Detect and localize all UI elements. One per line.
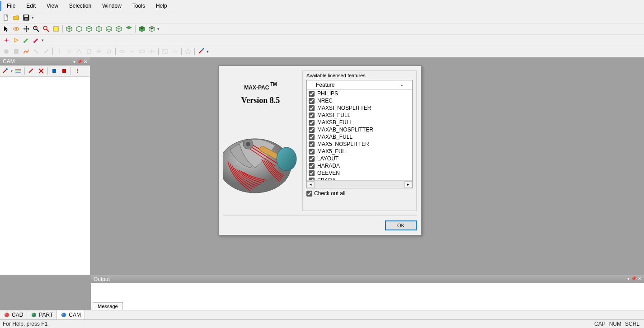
feature-checkbox[interactable] xyxy=(309,91,315,97)
scroll-up-icon[interactable]: ▴ xyxy=(401,83,403,87)
feature-label: LAYOUT xyxy=(317,155,338,162)
menu-view[interactable]: View xyxy=(41,1,64,11)
status-num: NUM xyxy=(609,321,621,327)
feature-row[interactable]: MAX5_NOSPLITTER xyxy=(307,141,412,148)
zoom-tool[interactable]: + xyxy=(32,24,41,33)
save-file-button[interactable] xyxy=(22,13,31,22)
iso-view-4[interactable] xyxy=(94,24,103,33)
menu-file[interactable]: File xyxy=(0,1,21,11)
tab-cam[interactable]: CAM xyxy=(57,310,85,319)
output-dropdown-icon[interactable]: ▾ xyxy=(627,276,630,282)
cam-tb-6[interactable] xyxy=(60,66,69,75)
feature-row[interactable]: MAXAB_NOSPLITTER xyxy=(307,126,412,133)
wireframe-view[interactable] xyxy=(147,24,156,33)
feature-checkbox[interactable] xyxy=(309,149,315,155)
hscroll-left[interactable]: ◂ xyxy=(307,181,315,188)
feature-checkbox[interactable] xyxy=(309,127,315,133)
iso-view-2[interactable] xyxy=(75,24,84,33)
cam-op-19[interactable] xyxy=(197,47,206,56)
feature-column-header[interactable]: Feature xyxy=(316,82,334,88)
panel-dropdown-icon[interactable]: ▾ xyxy=(73,59,75,64)
feature-checkbox[interactable] xyxy=(309,170,315,176)
menu-bar: FileEditViewSelectionWindowToolsHelp xyxy=(0,0,644,12)
feature-row[interactable]: LAYOUT xyxy=(307,155,412,162)
feature-row[interactable]: EBARA xyxy=(307,177,412,180)
panel-pin-icon[interactable]: 📌 xyxy=(77,59,82,64)
cam-tb-3[interactable] xyxy=(27,66,36,75)
feature-checkbox[interactable] xyxy=(309,163,315,169)
dialog-brand-pane: MAX-PAC TM Version 8.5 xyxy=(223,70,298,211)
output-tab-message[interactable]: Message xyxy=(93,302,123,310)
feature-row[interactable]: MAXSI_NOSPLITTER xyxy=(307,104,412,112)
tab-part[interactable]: PART xyxy=(27,310,57,319)
cam-tree[interactable] xyxy=(0,77,90,275)
menu-tools[interactable]: Tools xyxy=(127,1,150,11)
checkout-all-row[interactable]: Check out all xyxy=(306,190,413,197)
next-tool[interactable] xyxy=(12,36,21,45)
menu-window[interactable]: Window xyxy=(97,1,127,11)
cam-op-14 xyxy=(137,47,146,56)
pan-tool[interactable] xyxy=(22,24,31,33)
cam-tb-4[interactable] xyxy=(37,66,46,75)
feature-row[interactable]: MAXSI_FULL xyxy=(307,112,412,119)
feature-checkbox[interactable] xyxy=(309,112,315,118)
cam-op-3[interactable] xyxy=(22,47,31,56)
checkout-all-checkbox[interactable] xyxy=(306,191,312,197)
spark-tool[interactable] xyxy=(2,36,11,45)
iso-view-6[interactable] xyxy=(114,24,123,33)
mark-tool[interactable] xyxy=(22,36,31,45)
flag-tool[interactable] xyxy=(32,36,41,45)
license-dialog: MAX-PAC TM Version 8.5 xyxy=(218,66,422,235)
cam-tb-1[interactable] xyxy=(1,66,10,75)
feature-row[interactable]: GEEVEN xyxy=(307,169,412,177)
dialog-features-pane: Available licensed features Feature ▴ PH… xyxy=(302,70,417,211)
menu-selection[interactable]: Selection xyxy=(64,1,97,11)
feature-row[interactable]: NREC xyxy=(307,97,412,104)
iso-view-1[interactable] xyxy=(65,24,74,33)
cam-op-9 xyxy=(85,47,94,56)
output-close-icon[interactable]: ✕ xyxy=(638,276,641,282)
menu-help[interactable]: Help xyxy=(150,1,173,11)
feature-row[interactable]: MAXAB_FULL xyxy=(307,133,412,141)
cam-tb-5[interactable] xyxy=(50,66,59,75)
output-pin-icon[interactable]: 📌 xyxy=(631,276,636,282)
viewport[interactable]: MAX-PAC TM Version 8.5 xyxy=(90,57,644,275)
svg-point-12 xyxy=(24,41,25,43)
feature-row[interactable]: PHILIPS xyxy=(307,90,412,97)
feature-checkbox[interactable] xyxy=(309,105,315,111)
zoom-fit-tool[interactable] xyxy=(52,24,61,33)
menu-edit[interactable]: Edit xyxy=(21,1,41,11)
svg-point-40 xyxy=(5,314,7,315)
iso-view-7[interactable] xyxy=(124,24,133,33)
open-file-button[interactable] xyxy=(12,13,21,22)
panel-close-icon[interactable]: ✕ xyxy=(84,59,87,64)
pointer-tool[interactable] xyxy=(2,24,11,33)
feature-checkbox[interactable] xyxy=(309,141,315,147)
output-body[interactable] xyxy=(91,283,644,302)
orbit-tool[interactable] xyxy=(12,24,21,33)
cam-tb-7[interactable]: ! xyxy=(73,66,82,75)
hscroll-track[interactable] xyxy=(315,181,404,188)
hscroll-right[interactable]: ▸ xyxy=(404,181,412,188)
feature-scroll[interactable]: PHILIPSNRECMAXSI_NOSPLITTERMAXSI_FULLMAX… xyxy=(307,90,412,180)
solid-view[interactable] xyxy=(137,24,146,33)
feature-row[interactable]: MAXSB_FULL xyxy=(307,119,412,126)
feature-checkbox[interactable] xyxy=(309,120,315,126)
feature-row[interactable]: HARADA xyxy=(307,162,412,169)
cam-tb-2[interactable] xyxy=(14,66,23,75)
toolbar-selection: + ▾ xyxy=(0,23,644,35)
output-title: Output xyxy=(94,276,110,282)
feature-row[interactable]: MAX5_FULL xyxy=(307,148,412,155)
iso-view-5[interactable] xyxy=(104,24,113,33)
new-file-button[interactable] xyxy=(2,13,11,22)
zoom-window-tool[interactable] xyxy=(42,24,51,33)
feature-checkbox[interactable] xyxy=(309,134,315,140)
svg-rect-2 xyxy=(24,15,28,17)
feature-checkbox[interactable] xyxy=(309,156,315,162)
svg-point-41 xyxy=(32,313,36,317)
svg-point-24 xyxy=(6,68,8,70)
tab-cad[interactable]: CAD xyxy=(0,310,27,319)
ok-button[interactable]: OK xyxy=(385,220,417,230)
feature-checkbox[interactable] xyxy=(309,98,315,104)
iso-view-3[interactable] xyxy=(85,24,94,33)
